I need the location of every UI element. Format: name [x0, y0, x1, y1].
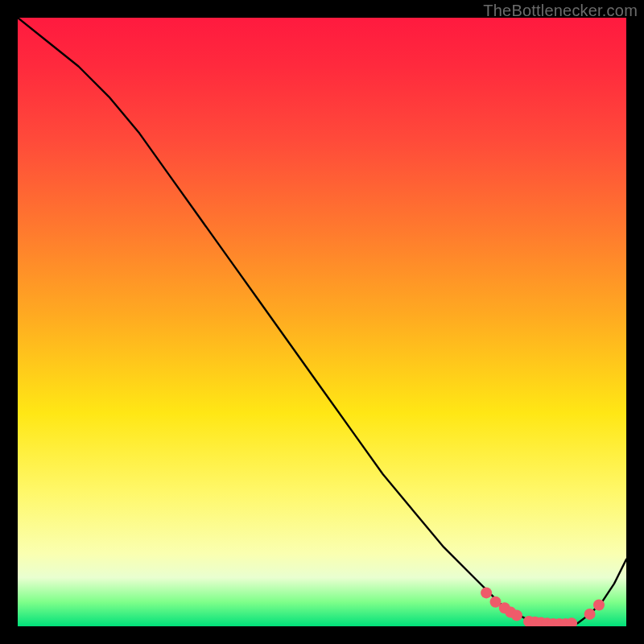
- sweet-spot-markers: [481, 587, 605, 626]
- sweet-spot-point: [481, 587, 492, 598]
- bottleneck-curve: [18, 18, 626, 625]
- watermark-label: TheBottlenecker.com: [483, 2, 638, 20]
- sweet-spot-point: [584, 609, 596, 620]
- chart-stage: TheBottlenecker.com: [0, 0, 644, 644]
- plot-area: [18, 18, 626, 626]
- sweet-spot-point: [511, 609, 522, 621]
- sweet-spot-point: [593, 600, 605, 611]
- curve-layer: [18, 18, 626, 626]
